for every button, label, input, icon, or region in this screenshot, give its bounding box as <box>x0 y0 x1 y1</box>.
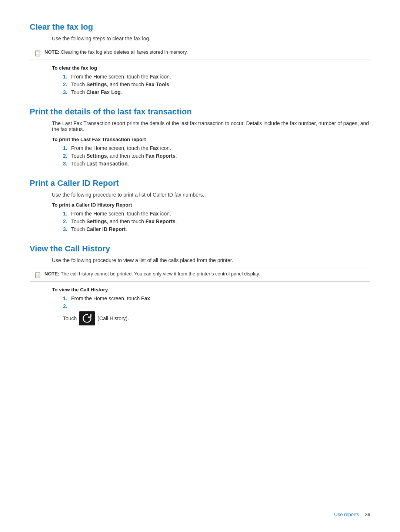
step-item: 3. Touch Caller ID Report. <box>63 226 370 232</box>
step-number: 1. <box>63 145 69 151</box>
note-text-call-history: NOTE: The call history cannot be printed… <box>44 271 260 277</box>
footer-section-label: Use reports <box>334 512 359 517</box>
section-print-caller-id: Print a Caller ID Report Use the followi… <box>30 178 370 232</box>
steps-list-caller-id: 1. From the Home screen, touch the Fax i… <box>63 211 370 232</box>
step-content: Touch Clear Fax Log. <box>71 89 122 95</box>
step-item: 1. From the Home screen, touch the Fax i… <box>63 145 370 151</box>
section-intro-view-call-history: Use the following procedure to view a li… <box>52 257 370 263</box>
page-footer: Use reports 39 <box>334 512 370 517</box>
step-content: Touch Settings, and then touch Fax Tools… <box>71 81 171 87</box>
step-item: 2. <box>63 303 370 309</box>
section-title-clear-fax-log: Clear the fax log <box>30 22 370 32</box>
step-content: Touch Settings, and then touch Fax Repor… <box>71 218 177 224</box>
step-number: 1. <box>63 295 69 301</box>
step-number: 1. <box>63 211 69 217</box>
steps-list-view-call-history: 1. From the Home screen, touch Fax. 2. <box>63 295 370 309</box>
note-label-call-history: NOTE: <box>44 271 59 277</box>
section-intro-print-caller-id: Use the following procedure to print a l… <box>52 192 370 198</box>
step-item: 3. Touch Clear Fax Log. <box>63 89 370 95</box>
step-number: 2. <box>63 218 69 224</box>
step-content: From the Home screen, touch the Fax icon… <box>71 74 171 80</box>
step-number: 3. <box>63 161 69 167</box>
step-content: From the Home screen, touch Fax. <box>71 295 151 301</box>
step-content: Touch Caller ID Report. <box>71 226 127 232</box>
section-intro-print-last-fax: The Last Fax Transaction report prints t… <box>52 120 370 132</box>
note-icon: 📋 <box>34 50 41 57</box>
step-item: 1. From the Home screen, touch the Fax i… <box>63 211 370 217</box>
note-box-call-history: 📋 NOTE: The call history cannot be print… <box>30 268 370 282</box>
step-item: 2. Touch Settings, and then touch Fax Re… <box>63 218 370 224</box>
steps-list-last-fax: 1. From the Home screen, touch the Fax i… <box>63 145 370 167</box>
note-icon-call-history: 📋 <box>34 271 41 278</box>
footer-page-number: 39 <box>365 512 370 517</box>
section-title-view-call-history: View the Call History <box>30 244 370 254</box>
steps-list-clear: 1. From the Home screen, touch the Fax i… <box>63 74 370 95</box>
step-item: 1. From the Home screen, touch Fax. <box>63 295 370 301</box>
touch-label: Touch <box>63 315 77 321</box>
subsection-title-clear: To clear the fax log <box>52 65 370 71</box>
step-number: 3. <box>63 226 69 232</box>
step-item: 2. Touch Settings, and then touch Fax To… <box>63 81 370 87</box>
step-item: 2. Touch Settings, and then touch Fax Re… <box>63 153 370 159</box>
section-title-print-caller-id: Print a Caller ID Report <box>30 178 370 188</box>
note-box-fax-log: 📋 NOTE: Clearing the fax log also delete… <box>30 46 370 60</box>
step-content: Touch Settings, and then touch Fax Repor… <box>71 153 177 159</box>
section-title-print-last-fax: Print the details of the last fax transa… <box>30 107 370 117</box>
note-text-fax-log: NOTE: Clearing the fax log also deletes … <box>44 49 188 55</box>
step-content <box>71 303 73 309</box>
section-clear-fax-log: Clear the fax log Use the following step… <box>30 22 370 95</box>
step-number: 3. <box>63 89 69 95</box>
touch-call-history-line: Touch (Call History). <box>63 311 370 325</box>
section-view-call-history: View the Call History Use the following … <box>30 244 370 325</box>
step-content: From the Home screen, touch the Fax icon… <box>71 211 171 217</box>
step-number: 2. <box>63 153 69 159</box>
step-content: From the Home screen, touch the Fax icon… <box>71 145 171 151</box>
section-intro-clear-fax-log: Use the following steps to clear the fax… <box>52 36 370 41</box>
step-item: 1. From the Home screen, touch the Fax i… <box>63 74 370 80</box>
section-print-last-fax: Print the details of the last fax transa… <box>30 107 370 167</box>
step-content: Touch Last Transaction. <box>71 161 129 167</box>
step-number: 2. <box>63 303 69 309</box>
step-number: 1. <box>63 74 69 80</box>
call-history-label: (Call History). <box>97 315 129 321</box>
call-history-icon <box>79 311 95 325</box>
subsection-title-last-fax: To print the Last Fax Transaction report <box>52 137 370 142</box>
subsection-title-caller-id: To print a Caller ID History Report <box>52 202 370 208</box>
step-number: 2. <box>63 81 69 87</box>
step-item: 3. Touch Last Transaction. <box>63 161 370 167</box>
subsection-title-view-call-history: To view the Call History <box>52 287 370 292</box>
note-label: NOTE: <box>44 49 59 55</box>
call-history-svg <box>82 313 92 324</box>
